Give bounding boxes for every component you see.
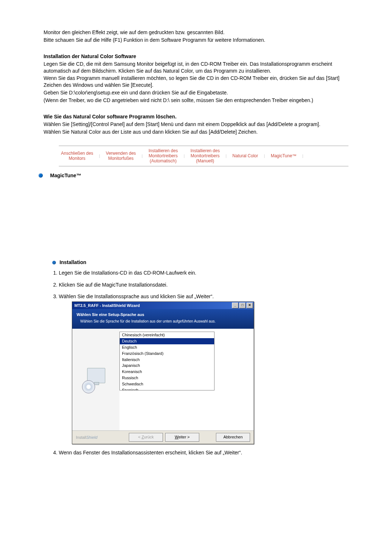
- computer-cd-icon: [81, 365, 110, 394]
- install-nc-p4: (Wenn der Treiber, wo die CD angetrieben…: [44, 97, 348, 104]
- install-nc-p1: Legen Sie die CD, die mit dem Samsung Mo…: [44, 61, 348, 74]
- wizard-header-subtitle: Wählen Sie die Sprache für die Installat…: [80, 319, 249, 324]
- language-option[interactable]: Schwedisch: [120, 381, 214, 387]
- intro-line2: Bitte schauen Sie auf die Hilfe (F1) Fun…: [44, 37, 348, 44]
- language-option[interactable]: Chinesisch (vereinfacht): [120, 332, 214, 338]
- next-button[interactable]: Weiter >: [165, 433, 199, 442]
- cancel-button[interactable]: Abbrechen: [216, 433, 250, 442]
- step-1: Legen Sie die Installations-CD in das CD…: [59, 270, 348, 276]
- install-nc-p2: Wenn Sie das Programm manuell installier…: [44, 75, 348, 89]
- language-option[interactable]: Russisch: [120, 375, 214, 381]
- wizard-title: MT2.5_RAFF - InstallShield Wizard: [74, 303, 231, 308]
- install-steps-list: Legen Sie die Installations-CD in das CD…: [52, 270, 348, 456]
- tab-install-driver-auto[interactable]: Installieren des Monitortreibers (Automa…: [146, 148, 180, 164]
- language-option[interactable]: Spanisch: [120, 387, 214, 390]
- language-option[interactable]: Französisch (Standard): [120, 351, 214, 357]
- minimize-button[interactable]: _: [232, 303, 238, 308]
- wizard-graphic-panel: [72, 329, 119, 430]
- language-option[interactable]: Englisch: [120, 344, 214, 351]
- back-button: < Zurück: [129, 433, 163, 442]
- tab-connect-monitor[interactable]: Anschließen des Monitors: [59, 151, 95, 161]
- install-nc-heading: Installation der Natural Color Software: [44, 53, 348, 60]
- remove-nc-p2: Wählen Sie Natural Color aus der Liste a…: [44, 129, 348, 135]
- step-4: Wenn das Fenster des Installationsassist…: [59, 449, 348, 456]
- wizard-header: Wählen Sie eine Setup-Sprache aus Wählen…: [72, 309, 254, 329]
- section-tabs: Anschließen des Monitors| Verwenden des …: [59, 146, 348, 166]
- language-option[interactable]: Italienisch: [120, 357, 214, 363]
- close-button[interactable]: ✕: [246, 303, 253, 308]
- magictune-heading: MagicTune™: [50, 172, 81, 179]
- installshield-wizard-window: MT2.5_RAFF - InstallShield Wizard _ □ ✕ …: [72, 301, 254, 444]
- language-option[interactable]: Deutsch: [120, 338, 214, 344]
- installshield-brand: InstallShield: [76, 435, 97, 440]
- bullet-icon: [38, 173, 43, 178]
- tab-natural-color[interactable]: Natural Color: [230, 153, 260, 158]
- intro-line1: Monitor den gleichen Effekt zeigt, wie a…: [44, 29, 348, 36]
- maximize-button[interactable]: □: [239, 303, 246, 308]
- wizard-footer: InstallShield < Zurück Weiter > Abbreche…: [72, 430, 254, 444]
- installation-heading: Installation: [60, 259, 86, 265]
- tab-monitor-stand[interactable]: Verwenden des Monitorfußes: [104, 151, 138, 161]
- step-2: Klicken Sie auf die MagicTune Installati…: [59, 281, 348, 288]
- wizard-titlebar[interactable]: MT2.5_RAFF - InstallShield Wizard _ □ ✕: [72, 302, 254, 309]
- tab-magictune[interactable]: MagicTune™: [269, 153, 299, 158]
- remove-nc-heading: Wie Sie das Natural Color software Progr…: [44, 113, 348, 120]
- step-3: Wählen Sie die Installationssprache aus …: [59, 293, 348, 444]
- remove-nc-p1: Wählen Sie [Setting]/[Control Panel] auf…: [44, 121, 348, 128]
- language-listbox[interactable]: Chinesisch (vereinfacht)DeutschEnglischF…: [119, 332, 215, 390]
- install-nc-p3: Geben Sie D:\color\eng\setup.exe ein und…: [44, 89, 348, 96]
- wizard-header-title: Wählen Sie eine Setup-Sprache aus: [77, 312, 249, 317]
- language-option[interactable]: Japanisch: [120, 362, 214, 369]
- language-option[interactable]: Koreanisch: [120, 369, 214, 375]
- tab-install-driver-manual[interactable]: Installieren des Monitortreibers (Manuel…: [188, 148, 222, 164]
- sub-bullet-icon: [52, 261, 56, 264]
